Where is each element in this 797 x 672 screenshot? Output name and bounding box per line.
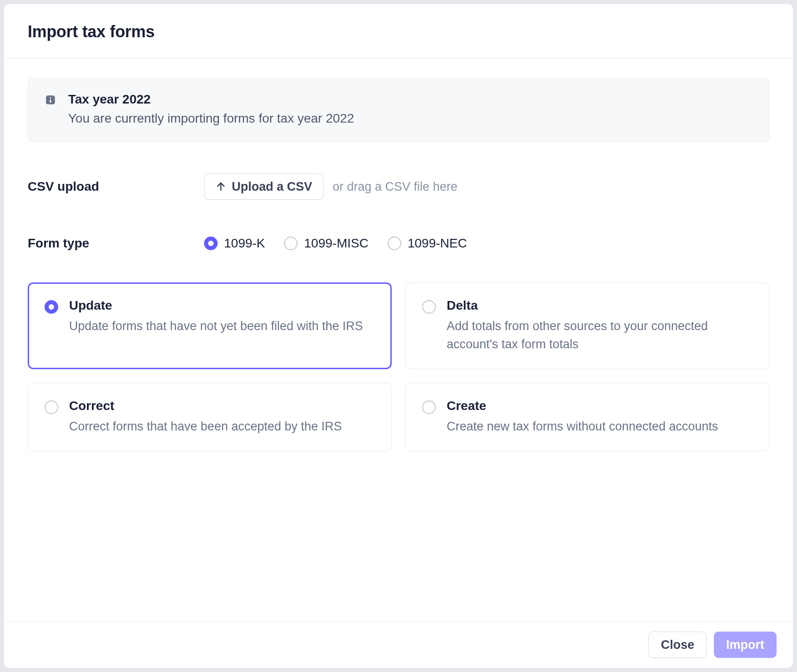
info-icon bbox=[45, 94, 56, 106]
card-description: Create new tax forms without connected a… bbox=[447, 418, 718, 435]
csv-upload-row: CSV upload Upload a CSV or drag a CSV fi… bbox=[28, 173, 769, 200]
card-description: Correct forms that have been accepted by… bbox=[69, 418, 342, 435]
card-title: Correct bbox=[69, 399, 342, 413]
import-tax-forms-modal: Import tax forms Tax year 2022 You are c… bbox=[4, 4, 793, 668]
upload-csv-button[interactable]: Upload a CSV bbox=[204, 173, 324, 200]
card-content: Delta Add totals from other sources to y… bbox=[447, 298, 752, 353]
modal-title: Import tax forms bbox=[28, 22, 769, 41]
upload-csv-label: Upload a CSV bbox=[232, 179, 312, 194]
svg-rect-2 bbox=[50, 99, 51, 103]
form-type-1099-k[interactable]: 1099-K bbox=[204, 236, 265, 251]
radio-icon bbox=[45, 300, 58, 314]
form-type-label: Form type bbox=[28, 236, 204, 251]
form-type-options: 1099-K 1099-MISC 1099-NEC bbox=[204, 236, 467, 251]
card-title: Delta bbox=[447, 298, 752, 313]
upload-arrow-icon bbox=[215, 181, 226, 192]
radio-label: 1099-NEC bbox=[408, 236, 467, 251]
form-type-1099-misc[interactable]: 1099-MISC bbox=[284, 236, 369, 251]
card-description: Update forms that have not yet been file… bbox=[69, 317, 363, 335]
close-button[interactable]: Close bbox=[648, 632, 707, 658]
card-content: Correct Correct forms that have been acc… bbox=[69, 399, 342, 435]
csv-drag-hint: or drag a CSV file here bbox=[333, 180, 458, 194]
radio-icon bbox=[45, 400, 58, 414]
radio-icon bbox=[284, 237, 298, 250]
radio-icon bbox=[422, 300, 436, 314]
modal-footer: Close Import bbox=[4, 621, 793, 668]
card-description: Add totals from other sources to your co… bbox=[447, 317, 752, 353]
banner-content: Tax year 2022 You are currently importin… bbox=[68, 92, 354, 126]
modal-header: Import tax forms bbox=[4, 4, 793, 58]
radio-label: 1099-MISC bbox=[304, 236, 369, 251]
form-type-1099-nec[interactable]: 1099-NEC bbox=[388, 236, 467, 251]
action-card-create[interactable]: Create Create new tax forms without conn… bbox=[405, 383, 769, 451]
modal-body: Tax year 2022 You are currently importin… bbox=[4, 58, 793, 621]
svg-rect-1 bbox=[50, 97, 51, 99]
radio-icon bbox=[388, 237, 401, 250]
radio-icon bbox=[204, 237, 218, 250]
card-title: Create bbox=[447, 399, 718, 413]
radio-icon bbox=[422, 400, 436, 414]
action-card-correct[interactable]: Correct Correct forms that have been acc… bbox=[28, 383, 392, 451]
csv-upload-group: Upload a CSV or drag a CSV file here bbox=[204, 173, 458, 200]
action-card-update[interactable]: Update Update forms that have not yet be… bbox=[28, 282, 392, 369]
banner-description: You are currently importing forms for ta… bbox=[68, 111, 354, 126]
card-content: Update Update forms that have not yet be… bbox=[69, 298, 363, 335]
action-cards: Update Update forms that have not yet be… bbox=[28, 282, 769, 451]
csv-upload-label: CSV upload bbox=[28, 179, 204, 194]
radio-label: 1099-K bbox=[224, 236, 265, 251]
action-card-delta[interactable]: Delta Add totals from other sources to y… bbox=[405, 282, 769, 369]
form-type-row: Form type 1099-K 1099-MISC 1099-NEC bbox=[28, 236, 769, 251]
import-button[interactable]: Import bbox=[714, 632, 777, 658]
card-content: Create Create new tax forms without conn… bbox=[447, 399, 718, 435]
tax-year-banner: Tax year 2022 You are currently importin… bbox=[28, 78, 769, 142]
card-title: Update bbox=[69, 298, 363, 313]
banner-title: Tax year 2022 bbox=[68, 92, 354, 107]
